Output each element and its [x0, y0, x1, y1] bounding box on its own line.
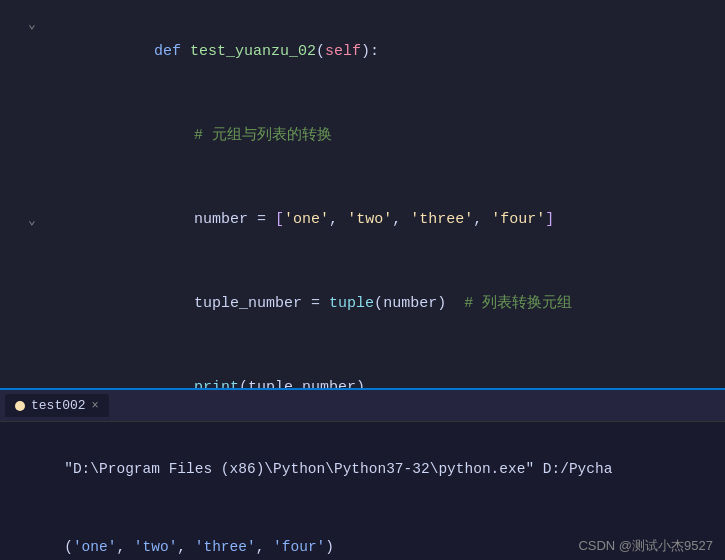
terminal-line-1: "D:\Program Files (x86)\Python\Python37-… — [12, 430, 713, 508]
terminal-panel: test002 × "D:\Program Files (x86)\Python… — [0, 390, 725, 560]
terminal-tab-bar: test002 × — [0, 390, 725, 422]
fold-icon-1[interactable]: ⌄ — [28, 16, 36, 32]
terminal-tab-label: test002 — [31, 398, 86, 413]
fold-icon-2[interactable]: ⌄ — [28, 212, 36, 228]
code-editor[interactable]: ⌄ ⌄ def test_yuanzu_02(self): # 元组与列表的转换… — [0, 0, 725, 390]
code-lines: def test_yuanzu_02(self): # 元组与列表的转换 num… — [55, 0, 725, 390]
terminal-dot-icon — [15, 401, 25, 411]
terminal-tab[interactable]: test002 × — [5, 394, 109, 417]
terminal-close-button[interactable]: × — [92, 399, 99, 413]
watermark: CSDN @测试小杰9527 — [578, 537, 713, 555]
